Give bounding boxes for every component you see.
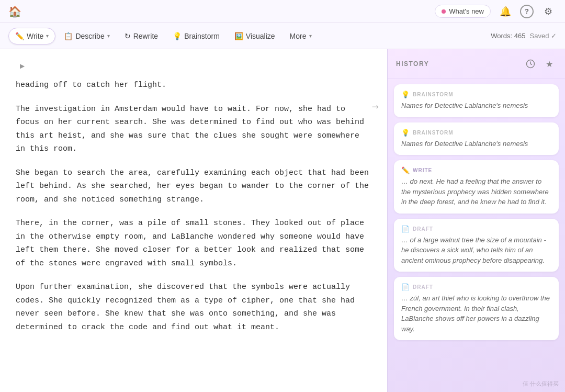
brainstorm-button[interactable]: 💡 Brainstorm: [166, 28, 226, 44]
whats-new-label: What's new: [449, 7, 484, 15]
watermark: 值·什么值得买: [523, 380, 559, 388]
list-item[interactable]: 💡 BRAINSTORM Names for Detective Lablanc…: [394, 84, 559, 117]
more-label: More: [290, 32, 307, 40]
card-header: 💡 BRAINSTORM: [401, 91, 551, 98]
sidebar: HISTORY ★ 💡 BRAINSTORM Names for Detect: [387, 49, 565, 392]
card-header-4: 📄 DRAFT: [401, 225, 551, 233]
card-body-4: … of a large walnut tree the size of a m…: [401, 235, 551, 266]
settings-icon[interactable]: ⚙: [540, 3, 557, 20]
notification-dot: [442, 9, 446, 14]
card-type-label-3: WRITE: [413, 167, 432, 173]
describe-label: Describe: [75, 32, 104, 40]
describe-icon: 📋: [64, 32, 73, 40]
bell-icon[interactable]: 🔔: [497, 3, 514, 20]
saved-status: Saved ✓: [530, 32, 557, 40]
rewrite-button[interactable]: ↻ Rewrite: [118, 28, 164, 44]
main-content: ▶ heading off to catch her flight. The i…: [0, 49, 565, 392]
sidebar-icon-group: ★: [523, 57, 557, 71]
whats-new-button[interactable]: What's new: [435, 5, 491, 18]
top-bar: 🏠 What's new 🔔 ? ⚙: [0, 0, 565, 23]
editor-para-4: Upon further examination, she discovered…: [16, 281, 371, 334]
card-body-5: … zúl, an art thief who is looking to ov…: [401, 293, 551, 334]
top-bar-right: What's new 🔔 ? ⚙: [435, 3, 557, 20]
history-items: 💡 BRAINSTORM Names for Detective Lablanc…: [388, 79, 565, 392]
draft-card-icon: 📄: [401, 225, 410, 233]
card-header-5: 📄 DRAFT: [401, 283, 551, 291]
top-bar-left: 🏠: [8, 5, 21, 18]
brainstorm-icon: 💡: [173, 32, 182, 40]
write-button[interactable]: ✏️ Write ▾: [8, 28, 55, 44]
editor-para-1: The investigation in Amsterdam would hav…: [16, 103, 371, 156]
card-type-label: BRAINSTORM: [413, 92, 454, 97]
brainstorm-label: Brainstorm: [184, 32, 220, 40]
list-item[interactable]: ✏️ WRITE … do next. He had a feeling tha…: [394, 160, 559, 214]
history-star-icon[interactable]: ★: [542, 57, 557, 71]
editor-para-3: There, in the corner, was a pile of smal…: [16, 217, 371, 270]
write-card-icon: ✏️: [401, 166, 410, 174]
card-type-label-4: DRAFT: [413, 226, 433, 232]
collapse-button[interactable]: ▶: [16, 60, 28, 72]
draft-card-icon-2: 📄: [401, 283, 410, 291]
brainstorm-card-icon: 💡: [401, 91, 410, 98]
describe-chevron-icon: ▾: [107, 33, 110, 39]
help-icon[interactable]: ?: [520, 5, 534, 18]
visualize-button[interactable]: 🖼️ Visualize: [228, 28, 281, 44]
describe-button[interactable]: 📋 Describe ▾: [58, 28, 116, 44]
list-item[interactable]: 💡 BRAINSTORM Names for Detective Lablanc…: [394, 122, 559, 155]
write-icon: ✏️: [15, 32, 24, 40]
brainstorm-card-icon-2: 💡: [401, 129, 410, 137]
editor-top-bar: ▶: [16, 60, 371, 72]
toolbar: ✏️ Write ▾ 📋 Describe ▾ ↻ Rewrite 💡 Brai…: [0, 23, 565, 49]
card-type-label-2: BRAINSTORM: [413, 130, 454, 136]
rewrite-label: Rewrite: [133, 32, 158, 40]
toolbar-right: Words: 465 Saved ✓: [491, 32, 557, 40]
list-item[interactable]: 📄 DRAFT … of a large walnut tree the siz…: [394, 219, 559, 272]
write-chevron-icon: ▾: [46, 33, 49, 39]
visualize-label: Visualize: [246, 32, 275, 40]
editor-area[interactable]: ▶ heading off to catch her flight. The i…: [0, 49, 387, 392]
card-type-label-5: DRAFT: [413, 284, 433, 290]
editor-first-line: heading off to catch her flight.: [16, 79, 371, 92]
card-body-2: Names for Detective Lablanche's nemesis: [401, 139, 551, 149]
editor-para-2: She began to search the area, carefully …: [16, 166, 371, 207]
sidebar-title: HISTORY: [396, 60, 429, 68]
history-clock-icon[interactable]: [523, 57, 538, 71]
more-chevron-icon: ▾: [309, 33, 312, 39]
sidebar-header: HISTORY ★: [388, 49, 565, 79]
list-item[interactable]: 📄 DRAFT … zúl, an art thief who is looki…: [394, 277, 559, 340]
card-body-3: … do next. He had a feeling that the ans…: [401, 176, 551, 207]
toolbar-left: ✏️ Write ▾ 📋 Describe ▾ ↻ Rewrite 💡 Brai…: [8, 28, 489, 44]
card-header-3: ✏️ WRITE: [401, 166, 551, 174]
write-label: Write: [27, 32, 43, 40]
word-count: Words: 465: [491, 32, 525, 40]
card-header: 💡 BRAINSTORM: [401, 129, 551, 137]
visualize-icon: 🖼️: [234, 32, 243, 40]
more-button[interactable]: More ▾: [284, 28, 318, 44]
rewrite-icon: ↻: [125, 32, 131, 40]
home-icon[interactable]: 🏠: [8, 5, 21, 18]
editor-text[interactable]: heading off to catch her flight. The inv…: [16, 79, 371, 334]
card-body: Names for Detective Lablanche's nemesis: [401, 100, 551, 111]
